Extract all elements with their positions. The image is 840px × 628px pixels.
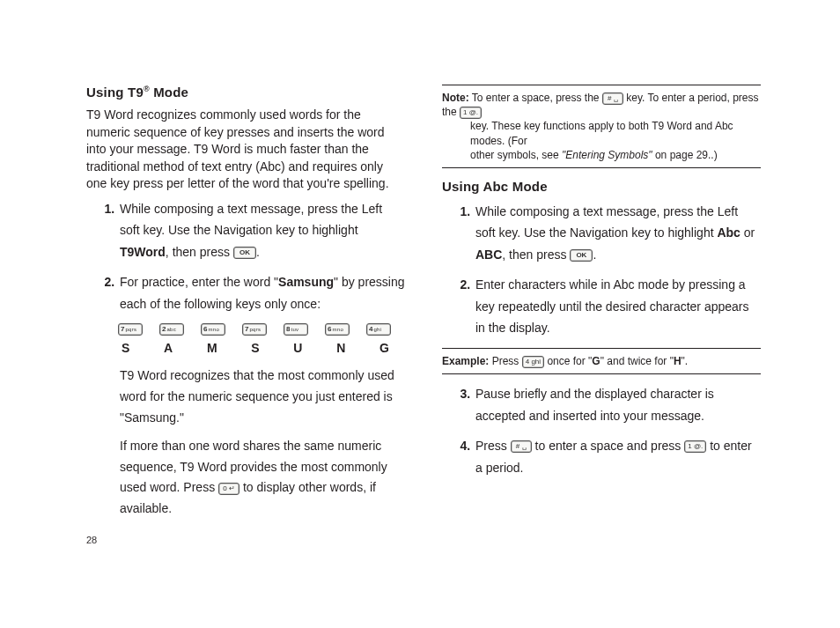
note-rule-top [442, 85, 761, 85]
abc-s1-a: While composing a text message, press th… [475, 204, 738, 240]
note-rule-bottom [442, 167, 761, 168]
step1-text-2: , then press [166, 245, 233, 259]
key-4-ghi: 4ghi [366, 323, 391, 336]
abc-steps-list: While composing a text message, press th… [442, 201, 761, 339]
t9-intro-paragraph: T9 Word recognizes commonly used words f… [86, 107, 405, 193]
key-2-abc: 2abc [159, 323, 184, 336]
t9-steps-list: While composing a text message, press th… [86, 198, 405, 315]
heading-text: Using T9 [86, 85, 144, 100]
abc-step-2: Enter characters while in Abc mode by pr… [474, 274, 761, 339]
step1-period: . [256, 245, 260, 259]
t9-step-1: While composing a text message, press th… [118, 198, 405, 263]
key-7-pqrs: 7pqrs [118, 323, 143, 336]
letter-s-2: S [251, 341, 259, 355]
ex-h: H [674, 355, 682, 367]
note-c2: other symbols, see [470, 149, 562, 161]
samsung-bold: Samsung [278, 275, 334, 289]
ex-a: Press [489, 355, 521, 367]
zero-key-icon: 0 ↵ [218, 483, 239, 495]
letter-u: U [293, 341, 302, 355]
ok-key-icon: OK [233, 247, 256, 259]
abc-bold-2: ABC [475, 248, 502, 262]
note-box: Note: To enter a space, press the # ␣ ke… [442, 91, 761, 162]
abc-step-1: While composing a text message, press th… [474, 201, 761, 266]
key-7-pqrs-2: 7pqrs [242, 323, 267, 336]
ex-c: " and twice for " [601, 355, 674, 367]
four-key-icon: 4 ghi [522, 356, 544, 368]
t9-after-2: If more than one word shares the same nu… [120, 436, 405, 520]
key-6-mno-2: 6mno [325, 323, 350, 336]
ex-b: once for " [544, 355, 592, 367]
ok-key-icon-2: OK [570, 249, 593, 262]
samsung-key-row: 7pqrs 2abc 6mno 7pqrs 8tuv 6mno 4ghi [118, 323, 391, 336]
abc-steps-list-2: Pause briefly and the displayed characte… [442, 383, 761, 478]
pound-key-icon-2: # ␣ [511, 440, 532, 453]
abc-s1-mid: or [741, 225, 755, 240]
right-column: Note: To enter a space, press the # ␣ ke… [442, 85, 761, 628]
step1-text: While composing a text message, press th… [120, 202, 382, 238]
note-italic: "Entering Symbols" [562, 149, 652, 161]
t9-step-2: For practice, enter the word "Samsung" b… [118, 271, 405, 314]
note-c3: on page 29..) [652, 149, 718, 161]
s4-b: to enter a space and press [532, 439, 685, 453]
abc-bold-1: Abc [717, 225, 740, 240]
example-label: Example: [442, 355, 489, 367]
letter-a: A [164, 341, 173, 355]
t9word-label: T9Word [120, 245, 166, 259]
example-box: Example: Press 4 ghi once for "G" and tw… [442, 354, 761, 368]
pound-key-icon: # ␣ [602, 92, 623, 105]
ex-d: ". [682, 355, 689, 367]
samsung-letter-row: S A M S U N G [122, 341, 389, 355]
heading-t9-mode: Using T9® Mode [86, 85, 405, 100]
t9-after-1: T9 Word recognizes that the most commonl… [120, 366, 405, 428]
heading-abc-mode: Using Abc Mode [442, 179, 761, 194]
manual-page: Using T9® Mode T9 Word recognizes common… [0, 0, 840, 628]
page-number: 28 [86, 535, 97, 545]
abc-s1-period: . [593, 248, 596, 262]
left-column: Using T9® Mode T9 Word recognizes common… [86, 85, 405, 628]
ex-g: G [592, 355, 600, 367]
heading-text-2: Mode [150, 85, 188, 100]
note-label: Note: [442, 92, 469, 104]
example-rule-bottom [442, 373, 761, 374]
abc-s1-b: , then press [502, 248, 570, 262]
step2-text: For practice, enter the word " [120, 275, 278, 289]
letter-s: S [122, 341, 129, 355]
s4-a: Press [475, 439, 511, 453]
note-line-2: key. These key functions apply to both T… [470, 119, 761, 147]
abc-step-3: Pause briefly and the displayed characte… [474, 383, 761, 426]
letter-m: M [207, 341, 217, 355]
one-key-icon: 1 @. [460, 107, 482, 119]
note-text-a: To enter a space, press the [469, 92, 602, 104]
key-6-mno: 6mno [201, 323, 225, 336]
abc-step-4: Press # ␣ to enter a space and press 1 @… [474, 435, 761, 478]
letter-n: N [336, 341, 345, 355]
note-line-3: other symbols, see "Entering Symbols" on… [470, 148, 761, 162]
key-8-tuv: 8tuv [284, 323, 308, 336]
registered-mark: ® [144, 85, 150, 93]
one-key-icon-2: 1 @. [684, 440, 706, 453]
example-rule-top [442, 348, 761, 349]
letter-g: G [379, 341, 389, 355]
